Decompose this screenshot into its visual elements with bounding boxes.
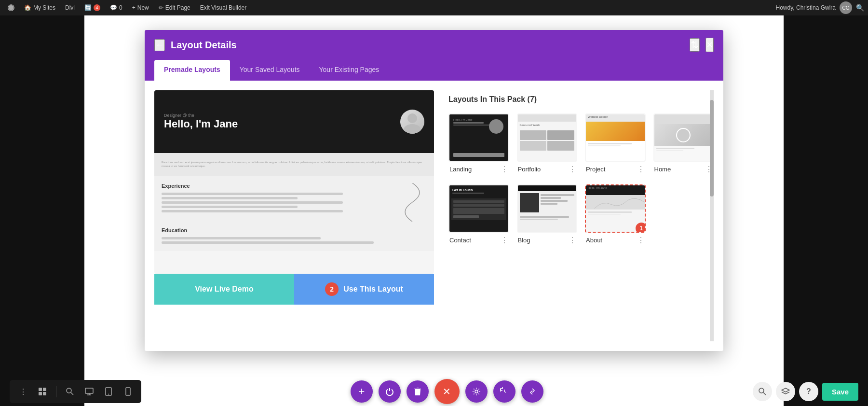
svg-point-2 [404, 124, 421, 134]
layout-menu-project[interactable]: ⋮ [637, 165, 645, 174]
experience-title: Experience [162, 183, 388, 189]
layout-thumb-portfolio: Featured Work [517, 113, 578, 162]
layout-menu-about[interactable]: ⋮ [637, 236, 645, 245]
avatar[interactable]: CG [840, 1, 852, 14]
use-layout-badge: 2 [325, 282, 339, 296]
preview-hero: Designer @ the Hello, I'm Jane [154, 90, 434, 153]
layout-card-footer-about: About ⋮ [585, 233, 646, 248]
layout-menu-portfolio[interactable]: ⋮ [569, 165, 576, 174]
layout-card-project[interactable]: Website Design Project ⋮ [585, 113, 646, 177]
notifications[interactable]: 🔄 4 [81, 0, 104, 15]
svg-point-1 [407, 113, 417, 123]
comment-icon: 💬 [110, 4, 117, 11]
layout-card-contact[interactable]: Get In Touch [448, 184, 509, 248]
layout-card-footer-landing: Landing ⋮ [448, 162, 509, 177]
layout-card-footer-contact: Contact ⋮ [448, 233, 509, 248]
new-menu[interactable]: + New [128, 0, 153, 15]
about-selected-badge: 1 [636, 223, 646, 233]
edit-page[interactable]: ✏ Edit Page [155, 0, 194, 15]
layout-thumb-contact: Get In Touch [448, 184, 509, 233]
modal-header-left: ← Layout Details [154, 39, 237, 51]
modal-overlay: ← Layout Details ⇅ × Premade Layouts You… [0, 15, 868, 406]
admin-bar: 🏠 My Sites Divi 🔄 4 💬 0 + New ✏ Edit Pag… [0, 0, 868, 15]
layout-details-modal: ← Layout Details ⇅ × Premade Layouts You… [145, 30, 723, 351]
plus-icon: + [132, 4, 136, 11]
modal-title: Layout Details [171, 40, 237, 51]
layout-card-home[interactable]: Home ⋮ [653, 113, 714, 177]
layout-card-blog[interactable]: Blog ⋮ [517, 184, 578, 248]
layout-menu-blog[interactable]: ⋮ [569, 236, 576, 245]
tab-existing-pages[interactable]: Your Existing Pages [310, 60, 389, 81]
comments[interactable]: 💬 0 [106, 0, 126, 15]
education-lines [162, 237, 427, 244]
view-live-demo-button[interactable]: View Live Demo [154, 274, 294, 305]
admin-bar-right: Howdy, Christina Gwira CG 🔍 [776, 1, 864, 14]
layouts-grid: Hello, I'm Jane Land [448, 113, 714, 248]
layout-card-about[interactable]: Hello, I'm Jane [585, 184, 646, 248]
preview-name: Hello, I'm Jane [164, 118, 391, 130]
preview-avatar [400, 110, 424, 134]
scrollbar-thumb[interactable] [710, 100, 714, 196]
preview-section: Designer @ the Hello, I'm Jane [154, 90, 434, 341]
my-sites-icon: 🏠 [24, 4, 31, 11]
experience-lines [162, 193, 388, 212]
modal-scrollbar[interactable] [710, 90, 714, 341]
layout-menu-contact[interactable]: ⋮ [501, 236, 508, 245]
preview-tag: Designer @ the [164, 113, 391, 118]
layout-thumb-project: Website Design [585, 113, 646, 162]
modal-body: Designer @ the Hello, I'm Jane [145, 81, 723, 351]
layout-thumb-landing: Hello, I'm Jane [448, 113, 509, 162]
tab-saved-layouts[interactable]: Your Saved Layouts [230, 60, 310, 81]
layout-card-footer-blog: Blog ⋮ [517, 233, 578, 248]
layout-card-footer-home: Home ⋮ [653, 162, 714, 177]
notification-icon: 🔄 [84, 4, 92, 11]
notif-count: 4 [94, 4, 100, 11]
layout-thumb-home [653, 113, 714, 162]
preview-experience: Experience [154, 176, 434, 251]
education-title: Education [162, 227, 427, 233]
modal-header: ← Layout Details ⇅ × [145, 30, 723, 60]
preview-hero-text: Designer @ the Hello, I'm Jane [164, 113, 391, 130]
divi-menu[interactable]: Divi [61, 0, 79, 15]
layouts-section: Layouts In This Pack (7) Hello, I'm Jane [448, 90, 714, 341]
tab-premade-layouts[interactable]: Premade Layouts [154, 60, 230, 81]
wp-logo[interactable] [4, 0, 18, 15]
exit-builder[interactable]: Exit Visual Builder [196, 0, 251, 15]
layout-card-footer-portfolio: Portfolio ⋮ [517, 162, 578, 177]
layout-card-portfolio[interactable]: Featured Work Portfolio [517, 113, 578, 177]
edit-icon: ✏ [159, 4, 163, 11]
modal-tabs: Premade Layouts Your Saved Layouts Your … [145, 60, 723, 81]
layout-thumb-blog [517, 184, 578, 233]
modal-close-button[interactable]: × [705, 38, 714, 52]
layout-card-footer-project: Project ⋮ [585, 162, 646, 177]
preview-image: Designer @ the Hello, I'm Jane [154, 90, 434, 274]
my-sites-menu[interactable]: 🏠 My Sites [20, 0, 59, 15]
layout-card-landing[interactable]: Hello, I'm Jane Land [448, 113, 509, 177]
preview-actions: View Live Demo 2 Use This Layout [154, 274, 434, 305]
modal-sync-button[interactable]: ⇅ [690, 38, 700, 52]
preview-description: Faucibus sed sed erat ipsum purus egesta… [154, 153, 434, 176]
layouts-pack-title: Layouts In This Pack (7) [448, 95, 714, 104]
modal-back-button[interactable]: ← [154, 39, 165, 51]
curve-decoration [398, 183, 427, 222]
search-icon[interactable]: 🔍 [856, 4, 864, 12]
layout-menu-landing[interactable]: ⋮ [501, 165, 508, 174]
layout-thumb-about: Hello, I'm Jane [585, 184, 646, 233]
use-this-layout-button[interactable]: 2 Use This Layout [294, 274, 434, 305]
